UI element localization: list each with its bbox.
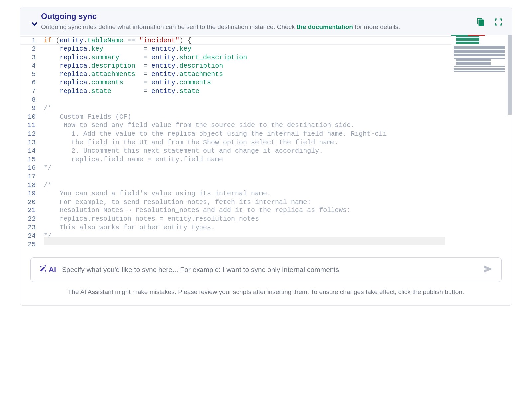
- line-number: 12: [20, 130, 36, 138]
- line-number: 4: [20, 62, 36, 70]
- code-line[interactable]: replica.comments = entity.comments: [44, 78, 512, 87]
- subtitle-text-after: for more details.: [353, 23, 400, 30]
- code-line[interactable]: replica.field_name = entity.field_name: [44, 155, 512, 164]
- line-number: 14: [20, 147, 36, 155]
- line-number: 3: [20, 53, 36, 62]
- ai-disclaimer: The AI Assistant might make mistakes. Pl…: [30, 282, 502, 298]
- collapse-toggle[interactable]: [30, 20, 39, 30]
- line-number: 13: [20, 138, 36, 147]
- outgoing-sync-panel: Outgoing sync Outgoing sync rules define…: [20, 7, 512, 306]
- code-line[interactable]: replica.state = entity.state: [44, 87, 512, 96]
- code-line[interactable]: How to send any field value from the sou…: [44, 121, 512, 130]
- ai-badge-text: AI: [49, 265, 56, 274]
- line-number: 20: [20, 198, 36, 206]
- line-number: 6: [20, 78, 36, 87]
- vertical-scrollbar[interactable]: [508, 35, 512, 115]
- code-editor[interactable]: 1234567891011121314151617181920212223242…: [20, 35, 512, 248]
- code-line[interactable]: replica.key = entity.key: [44, 45, 512, 53]
- code-content[interactable]: if (entity.tableName == "incident") { re…: [39, 35, 512, 248]
- code-line[interactable]: /*: [44, 181, 512, 190]
- code-line[interactable]: [44, 96, 512, 104]
- code-line[interactable]: */: [44, 164, 512, 172]
- subtitle-text-before: Outgoing sync rules define what informat…: [41, 23, 297, 30]
- line-number: 1: [20, 36, 36, 45]
- line-number: 16: [20, 164, 36, 172]
- code-line[interactable]: replica.attachments = entity.attachments: [44, 70, 512, 79]
- code-line[interactable]: the field in the UI and from the Show op…: [44, 138, 512, 147]
- line-number: 2: [20, 45, 36, 53]
- line-number: 19: [20, 189, 36, 198]
- code-line[interactable]: Custom Fields (CF): [44, 113, 512, 121]
- code-line[interactable]: replica.summary = entity.short_descripti…: [44, 53, 512, 62]
- send-icon[interactable]: [483, 264, 493, 275]
- line-number: 10: [20, 113, 36, 121]
- ai-badge: AI: [39, 265, 56, 274]
- code-line[interactable]: [44, 172, 512, 181]
- code-line[interactable]: Resolution Notes → resolution_notes and …: [44, 206, 512, 215]
- ai-input[interactable]: AI Specify what you'd like to sync here.…: [30, 257, 502, 282]
- code-line[interactable]: You can send a field's value using its i…: [44, 189, 512, 198]
- line-number: 8: [20, 96, 36, 104]
- fullscreen-icon[interactable]: [494, 18, 502, 27]
- line-number: 25: [20, 240, 36, 249]
- code-line[interactable]: /*: [44, 104, 512, 113]
- code-line[interactable]: For example, to send resolution notes, f…: [44, 198, 512, 206]
- line-number-gutter: 1234567891011121314151617181920212223242…: [20, 35, 39, 248]
- line-number: 24: [20, 232, 36, 240]
- panel-title: Outgoing sync: [41, 12, 476, 21]
- line-number: 23: [20, 223, 36, 232]
- ai-input-placeholder: Specify what you'd like to sync here... …: [62, 266, 477, 274]
- code-line[interactable]: replica.description = entity.description: [44, 62, 512, 70]
- line-number: 22: [20, 215, 36, 223]
- code-line[interactable]: if (entity.tableName == "incident") {: [44, 36, 512, 45]
- code-line[interactable]: replica.resolution_notes = entity.resolu…: [44, 215, 512, 223]
- line-number: 17: [20, 172, 36, 181]
- code-line[interactable]: 1. Add the value to the replica object u…: [44, 130, 512, 138]
- line-number: 18: [20, 181, 36, 190]
- ai-assistant-section: AI Specify what you'd like to sync here.…: [20, 248, 512, 306]
- copy-icon[interactable]: [476, 18, 485, 28]
- line-number: 9: [20, 104, 36, 113]
- panel-subtitle: Outgoing sync rules define what informat…: [41, 22, 476, 32]
- panel-header: Outgoing sync Outgoing sync rules define…: [20, 7, 512, 35]
- line-number: 15: [20, 155, 36, 164]
- line-number: 5: [20, 70, 36, 79]
- magic-wand-icon: [39, 265, 47, 274]
- line-number: 7: [20, 87, 36, 96]
- line-number: 21: [20, 206, 36, 215]
- documentation-link[interactable]: the documentation: [297, 23, 353, 30]
- editor-bottom-highlight: [44, 237, 445, 245]
- code-line[interactable]: This also works for other entity types.: [44, 223, 512, 232]
- code-minimap[interactable]: [451, 35, 508, 75]
- code-line[interactable]: 2. Uncomment this next statement out and…: [44, 147, 512, 155]
- line-number: 11: [20, 121, 36, 130]
